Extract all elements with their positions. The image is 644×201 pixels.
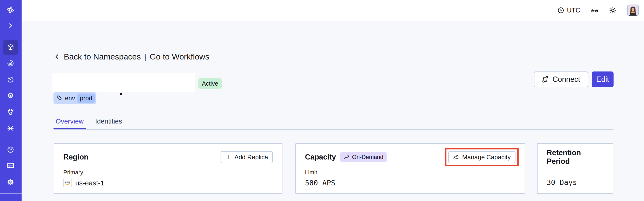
region-primary-label: Primary xyxy=(63,169,273,176)
add-replica-button[interactable]: Add Replica xyxy=(220,151,273,163)
sidebar xyxy=(0,0,22,201)
plus-icon xyxy=(226,154,231,160)
deployments-layers-icon xyxy=(7,92,14,100)
edit-button[interactable]: Edit xyxy=(592,72,614,87)
status-badge: Active xyxy=(198,78,222,89)
region-value: us-east-1 xyxy=(75,179,104,187)
sidebar-divider xyxy=(0,139,22,139)
breadcrumb: Back to Namespaces | Go to Workflows xyxy=(54,51,209,62)
topbar: UTC xyxy=(22,0,644,21)
capacity-value: 500 APS xyxy=(305,179,335,187)
manage-capacity-highlight-wrap: Manage Capacity xyxy=(448,151,516,163)
connect-flow-icon xyxy=(542,76,549,83)
tab-overview[interactable]: Overview xyxy=(56,118,84,125)
usage-gauge-icon xyxy=(7,146,14,154)
manage-capacity-label: Manage Capacity xyxy=(462,154,511,161)
clock-icon xyxy=(557,7,564,14)
breadcrumb-separator: | xyxy=(144,52,146,62)
trending-up-icon xyxy=(344,154,350,160)
breadcrumb-goto-workflows-link[interactable]: Go to Workflows xyxy=(150,52,209,62)
nexus-asterisk-icon xyxy=(7,124,14,132)
settings-gear-icon xyxy=(7,178,14,186)
sidebar-item-profile[interactable] xyxy=(3,198,18,201)
temporal-logo-icon[interactable] xyxy=(3,2,18,17)
on-demand-badge-label: On-Demand xyxy=(352,154,384,160)
status-badge-label: Active xyxy=(202,80,218,87)
breadcrumb-back-link[interactable]: Back to Namespaces xyxy=(64,52,141,62)
edit-button-label: Edit xyxy=(596,75,609,84)
chevron-left-icon[interactable] xyxy=(54,53,60,60)
svg-text:aws: aws xyxy=(65,180,70,184)
sun-icon xyxy=(609,6,617,14)
sliders-icon xyxy=(453,154,459,160)
sidebar-item-batch-operations[interactable] xyxy=(3,104,18,119)
sidebar-expand-chevron-icon[interactable] xyxy=(3,18,18,33)
tag-icon xyxy=(56,95,62,101)
timezone-selector[interactable]: UTC xyxy=(557,7,580,14)
workflows-spiral-icon xyxy=(7,60,14,67)
connect-button[interactable]: Connect xyxy=(534,72,588,87)
connect-button-label: Connect xyxy=(552,75,580,84)
sidebar-item-nexus[interactable] xyxy=(3,121,18,136)
retention-card: Retention Period 30 Days xyxy=(537,143,613,194)
header-actions: Connect Edit xyxy=(534,72,614,87)
manage-capacity-button[interactable]: Manage Capacity xyxy=(448,151,516,163)
sidebar-item-workflows[interactable] xyxy=(3,56,18,71)
namespace-tag[interactable]: env prod xyxy=(54,92,96,104)
region-card: Region Add Replica Primary aws xyxy=(54,143,282,194)
capacity-limit-label: Limit xyxy=(305,169,516,176)
sidebar-item-namespaces[interactable] xyxy=(3,40,18,55)
tag-key: env xyxy=(65,94,75,102)
aws-logo: aws xyxy=(63,179,72,187)
avatar[interactable] xyxy=(627,4,639,16)
avatar-image xyxy=(628,5,638,16)
namespace-detail-page: UTC xyxy=(0,0,644,201)
capacity-card: Capacity On-Demand xyxy=(296,143,525,194)
billing-credit-card-icon xyxy=(7,162,14,169)
timezone-label: UTC xyxy=(567,7,580,14)
tab-identities[interactable]: Identities xyxy=(95,118,122,125)
namespaces-cube-icon xyxy=(7,44,14,51)
retention-value: 30 Days xyxy=(547,178,577,186)
labs-mode-button[interactable] xyxy=(591,6,598,14)
schedules-timer-icon xyxy=(7,76,14,84)
on-demand-badge: On-Demand xyxy=(340,152,387,162)
sidebar-item-deployments[interactable] xyxy=(3,88,18,103)
tabs-divider xyxy=(54,129,613,130)
tag-value: prod xyxy=(78,94,95,103)
region-card-title: Region xyxy=(63,153,88,162)
main-content: Back to Namespaces | Go to Workflows Act… xyxy=(22,21,644,201)
retention-card-title: Retention Period xyxy=(547,148,604,166)
sidebar-item-usage[interactable] xyxy=(3,142,18,157)
batch-branch-icon xyxy=(7,108,14,116)
sidebar-divider xyxy=(0,193,22,194)
sidebar-item-schedules[interactable] xyxy=(3,72,18,87)
title-artifact-dot xyxy=(120,93,122,95)
sidebar-item-billing[interactable] xyxy=(3,158,18,173)
theme-toggle-button[interactable] xyxy=(609,6,617,14)
add-replica-label: Add Replica xyxy=(234,154,268,161)
capacity-card-title: Capacity xyxy=(305,153,336,162)
namespace-title-redacted xyxy=(52,74,195,92)
glasses-icon xyxy=(591,6,598,14)
sidebar-item-settings[interactable] xyxy=(3,174,18,190)
